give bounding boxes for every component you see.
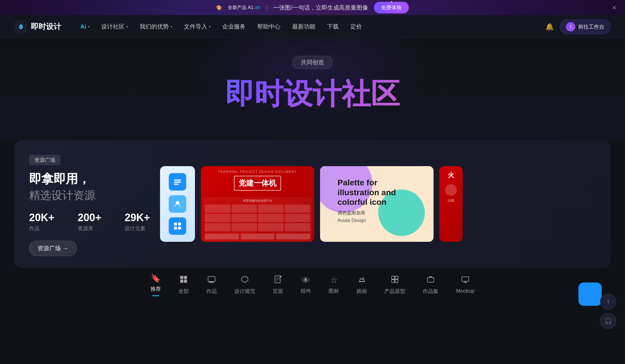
recommend-label: 推荐	[150, 285, 161, 292]
toolbar-item-prototype[interactable]: 产品原型	[384, 275, 405, 295]
resource-stats: 20K+ 作品 200+ 资源库 29K+ 设计元素	[29, 212, 140, 232]
red2-content: 火 连载	[439, 166, 463, 208]
resource-section: 资源广场 即拿即用， 精选设计资源 20K+ 作品 200+ 资源库	[15, 140, 610, 268]
nav-logo[interactable]: 即时设计	[15, 20, 61, 33]
nav-item-import[interactable]: 文件导入 ▾	[179, 20, 215, 33]
resource-link-button[interactable]: 资源广场 →	[29, 241, 77, 256]
portfolio-label: 作品集	[423, 288, 438, 295]
red-bottom-cell	[276, 234, 310, 239]
svg-rect-7	[178, 227, 181, 230]
announcement-logo: 🎨	[216, 5, 222, 10]
nav-enterprise-label: 企业服务	[222, 23, 246, 31]
red-card-subtitle: PERSONAL PROJECT DESIGN DOCUMENT	[205, 170, 310, 173]
preview-card-palette[interactable]: Palette forillustration andcolorful icon…	[320, 166, 434, 242]
red-card-title-text: 党建一体机	[239, 179, 276, 187]
free-trial-button[interactable]: 免费体验	[374, 2, 409, 13]
red-card-title-box: 党建一体机	[234, 176, 281, 191]
svg-rect-8	[180, 276, 183, 279]
svg-rect-22	[395, 276, 398, 279]
red-body-cell	[258, 205, 284, 213]
nav-item-enterprise[interactable]: 企业服务	[218, 20, 250, 33]
toolbar-item-page[interactable]: 页面	[273, 275, 283, 295]
red2-circle	[445, 184, 457, 196]
toolbar-item-mockup[interactable]: Mockup	[456, 276, 474, 294]
blue-icon-1	[169, 173, 186, 191]
nav-pricing-label: 定价	[350, 23, 362, 31]
component-icon: 👁	[302, 276, 310, 285]
preview-card-red-party[interactable]: PERSONAL PROJECT DESIGN DOCUMENT 党建一体机 智…	[201, 166, 314, 242]
nav-item-ai[interactable]: Ai ▾	[76, 21, 94, 32]
announcement-bar: 🎨 全新产品 A1.art | 一张图/一句话，立即生成高质量图像 免费体验 ×	[0, 0, 625, 15]
notification-button[interactable]: 🔔	[545, 23, 554, 31]
toolbar-item-component[interactable]: 👁 组件	[301, 276, 311, 294]
nav-community-label: 设计社区	[101, 23, 125, 31]
scroll-up-icon: ↑	[607, 299, 610, 305]
nav-item-help[interactable]: 帮助中心	[253, 20, 285, 33]
stat-elements: 29K+ 设计元素	[125, 212, 150, 232]
red-body-cell	[232, 205, 257, 213]
workspace-label: 前往工作台	[578, 23, 604, 30]
prototype-label: 产品原型	[384, 288, 405, 295]
preview-card-blue[interactable]	[160, 166, 195, 242]
support-button[interactable]: 🎧	[600, 313, 616, 329]
palette-subtitle: 调色盘附加库	[338, 210, 396, 216]
nav-item-download[interactable]: 下载	[322, 20, 343, 33]
red-body-cell	[232, 214, 257, 222]
red2-label: 连载	[448, 198, 454, 203]
red-body-cell	[285, 205, 310, 213]
toolbar-item-recommend[interactable]: 🔖 推荐	[150, 274, 161, 296]
nav-help-label: 帮助中心	[257, 23, 280, 31]
nav-features-label: 最新功能	[292, 23, 315, 31]
bottom-toolbar: 🔖 推荐 全部 作品	[15, 268, 610, 299]
red-card-body: 智慧党建综合信息平台	[203, 197, 312, 242]
resource-tag: 资源广场	[29, 155, 61, 165]
announcement-emoji: 🎨	[216, 5, 222, 10]
svg-rect-2	[174, 184, 179, 185]
nav-download-label: 下载	[327, 23, 339, 31]
svg-rect-1	[174, 182, 181, 183]
all-icon	[180, 275, 188, 285]
svg-rect-11	[184, 280, 187, 283]
community-badge: 共同创造	[292, 56, 333, 69]
svg-rect-16	[280, 276, 281, 277]
illustration-label: 插画	[356, 288, 367, 295]
preview-card-red-partial[interactable]: 火 连载	[439, 166, 463, 242]
red-bottom-row	[205, 234, 310, 239]
nav-item-advantages[interactable]: 我们的优势 ▾	[135, 20, 177, 33]
headset-icon: 🎧	[605, 317, 612, 324]
nav-item-pricing[interactable]: 定价	[346, 20, 367, 33]
red-body-cell	[205, 223, 230, 231]
side-buttons: ↑ 🎧	[600, 294, 616, 329]
toolbar-item-spec[interactable]: 设计规范	[234, 275, 255, 295]
navbar: 即时设计 Ai ▾ 设计社区 ▾ 我们的优势 ▾ 文件导入 ▾ 企业服务 帮助中…	[0, 15, 625, 38]
hero-section: 共同创造 即时设计社区	[0, 38, 625, 140]
nav-item-community[interactable]: 设计社区 ▾	[97, 20, 133, 33]
red-body-cell	[285, 223, 310, 231]
red-body-cell	[258, 214, 284, 222]
icon-label: 图标	[329, 287, 339, 294]
nav-ai-chevron: ▾	[88, 25, 90, 29]
svg-rect-10	[180, 280, 183, 283]
floating-blue-button[interactable]	[578, 283, 602, 306]
scroll-top-button[interactable]: ↑	[600, 294, 616, 310]
nav-item-features[interactable]: 最新功能	[287, 20, 320, 33]
red-body-cell	[232, 223, 257, 231]
toolbar-item-works[interactable]: 作品	[206, 275, 217, 295]
hero-title: 即时设计社区	[0, 78, 625, 110]
red-card-header: PERSONAL PROJECT DESIGN DOCUMENT 党建一体机	[201, 166, 314, 197]
toolbar-item-illustration[interactable]: 插画	[356, 275, 367, 295]
toolbar-item-all[interactable]: 全部	[178, 275, 189, 295]
prototype-icon	[391, 275, 399, 285]
red-card-body-title: 智慧党建综合信息平台	[205, 199, 310, 203]
toolbar-item-icon[interactable]: ☆ 图标	[329, 276, 339, 294]
announcement-close-button[interactable]: ×	[612, 3, 616, 12]
toolbar-item-portfolio[interactable]: 作品集	[423, 275, 438, 295]
red-body-cell	[258, 223, 284, 231]
announcement-divider: |	[266, 4, 267, 11]
component-label: 组件	[301, 287, 311, 294]
resource-info-panel: 资源广场 即拿即用， 精选设计资源 20K+ 作品 200+ 资源库	[15, 140, 154, 268]
preview-cards-container: PERSONAL PROJECT DESIGN DOCUMENT 党建一体机 智…	[154, 140, 610, 268]
workspace-button[interactable]: t 前往工作台	[560, 19, 610, 34]
blue-icon-3	[169, 217, 186, 235]
svg-rect-24	[395, 280, 398, 283]
